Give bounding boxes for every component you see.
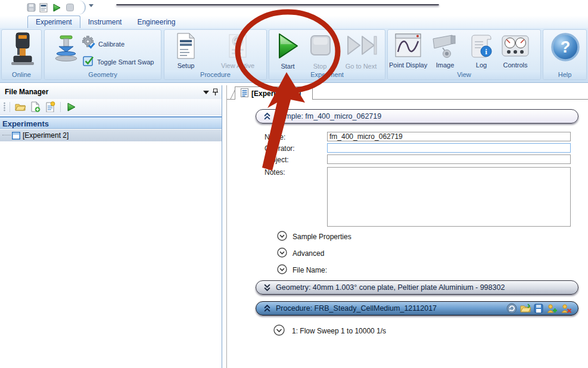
file-name-expander[interactable]: File Name: [277, 264, 327, 276]
save-icon[interactable] [534, 304, 543, 315]
reset-icon[interactable] [506, 303, 517, 316]
experiment-window-icon [12, 132, 20, 140]
export-icon[interactable] [38, 2, 49, 13]
expand-chevron-icon[interactable] [273, 324, 285, 338]
name-field[interactable] [327, 132, 571, 141]
new-document-icon[interactable] [44, 101, 56, 113]
expand-chevron-icon[interactable] [277, 264, 287, 276]
calibrate-button[interactable]: Calibrate [82, 36, 125, 52]
operator-label: Operator: [265, 144, 295, 153]
log-button[interactable]: i Log [469, 33, 494, 69]
geometry-button[interactable] [54, 35, 78, 65]
trios-app-window: Experiment Instrument Engineering Online [0, 0, 588, 368]
view-active-icon [226, 32, 250, 61]
image-label: Image [436, 61, 455, 69]
sample-properties-expander[interactable]: Sample Properties [277, 231, 351, 243]
group-label-help: Help [543, 70, 586, 79]
image-button[interactable]: Image [431, 33, 459, 69]
stop-label: Stop [313, 63, 327, 70]
view-active-button[interactable]: View Active [221, 32, 254, 69]
project-field[interactable] [327, 154, 571, 164]
notes-field[interactable] [327, 167, 571, 227]
ribbon-group-procedure: Setup View Active Procedure [164, 29, 267, 80]
tab-instrument[interactable]: Instrument [80, 16, 130, 28]
remove-user-icon[interactable] [561, 304, 572, 316]
step-1-label: 1: Flow Sweep 1 to 10000 1/s [292, 327, 386, 335]
tab-engineering[interactable]: Engineering [129, 16, 183, 28]
ribbon-group-view: Point Display Image i Log Controls [387, 29, 541, 80]
log-scroll-icon: i [469, 33, 494, 61]
procedure-toolbar [506, 303, 572, 316]
experiments-header-label: Experiments [2, 119, 49, 128]
sample-section-header[interactable]: Sample: fm_400_micro_062719 [256, 109, 578, 123]
panel-dropdown-icon[interactable] [203, 91, 209, 94]
procedure-section-header[interactable]: Procedure: FRB_Steady_CellMedium_1211201… [256, 301, 578, 316]
calibrate-label: Calibrate [98, 41, 125, 48]
go-to-next-button[interactable]: Go to Next [344, 32, 378, 70]
sample-header-label: Sample: fm_400_micro_062719 [276, 112, 381, 120]
advanced-expander[interactable]: Advanced [277, 248, 324, 259]
sine-window-icon [394, 33, 422, 61]
open-icon[interactable] [520, 304, 531, 315]
ribbon-group-geometry: Calibrate Toggle Smart Swap Geometry [44, 29, 161, 80]
group-label-procedure: Procedure [164, 70, 266, 79]
tree-branch [2, 135, 11, 136]
stop-icon[interactable] [64, 2, 75, 13]
file-manager-panel: File Manager Experiments [0, 85, 222, 368]
collapse-chevron-icon[interactable] [264, 113, 270, 120]
tab-experiment[interactable]: Experiment [27, 16, 80, 28]
camera-icon [431, 33, 459, 61]
skip-next-icon [344, 32, 378, 62]
operator-field[interactable] [327, 143, 571, 153]
expand-chevron-icon[interactable] [277, 248, 287, 259]
file-manager-title: File Manager [5, 88, 48, 96]
run-experiment-icon[interactable] [65, 101, 77, 113]
document-tab-experiment-2[interactable]: [Experiment 2] [235, 86, 313, 100]
ribbon-group-online: Online [1, 29, 42, 80]
log-label: Log [476, 61, 487, 69]
tree-item-experiment-2[interactable]: [Experiment 2] [0, 129, 222, 141]
collapse-chevron-icon[interactable] [264, 305, 270, 312]
stop-button[interactable]: Stop [308, 32, 332, 70]
expand-chevron-icon[interactable] [264, 284, 270, 291]
tree-item-label: [Experiment 2] [23, 131, 69, 140]
checkbox-check-icon [83, 55, 95, 69]
controls-label: Controls [503, 61, 528, 69]
experiments-tree-header: Experiments [0, 116, 222, 129]
document-tab-label: [Experiment 2] [251, 89, 301, 98]
help-button[interactable]: ? [550, 32, 581, 64]
ribbon-tab-bar: Experiment Instrument Engineering [0, 16, 588, 28]
open-folder-icon[interactable] [14, 101, 26, 113]
instrument-icon [8, 32, 36, 70]
toggle-smart-swap-button[interactable]: Toggle Smart Swap [83, 55, 154, 69]
toolbar-grip[interactable] [4, 102, 5, 112]
controls-button[interactable]: Controls [501, 33, 530, 69]
start-play-icon [274, 32, 301, 62]
start-button[interactable]: Start [274, 32, 301, 70]
qat-customize-dropdown-icon[interactable] [88, 4, 94, 10]
point-display-button[interactable]: Point Display [389, 33, 427, 69]
stop-square-icon [308, 32, 332, 62]
pin-icon[interactable] [212, 88, 219, 98]
setup-button[interactable]: Setup [175, 32, 197, 69]
quick-access-toolbar [0, 0, 588, 16]
online-button[interactable] [8, 32, 36, 70]
expand-chevron-icon[interactable] [277, 231, 287, 243]
ribbon: Online Calibrate Toggle Smart Swap Geo [0, 28, 588, 83]
notes-label: Notes: [265, 168, 285, 177]
gauges-icon [501, 33, 530, 61]
run-icon[interactable] [51, 2, 62, 13]
ribbon-group-experiment: Start Stop Go to Next Experiment [269, 29, 385, 80]
start-label: Start [281, 63, 294, 70]
step-1-expander[interactable]: 1: Flow Sweep 1 to 10000 1/s [273, 324, 386, 338]
setup-label: Setup [178, 62, 195, 69]
geometry-section-header[interactable]: Geometry: 40mm 1.003° cone plate, Peltie… [256, 280, 578, 295]
new-file-icon[interactable] [29, 101, 41, 113]
view-active-label: View Active [221, 62, 254, 69]
help-question-icon: ? [550, 32, 581, 64]
file-name-label: File Name: [293, 266, 327, 274]
add-user-icon[interactable] [546, 304, 558, 316]
document-icon [241, 88, 248, 99]
svg-text:?: ? [561, 38, 571, 56]
save-icon[interactable] [26, 2, 36, 13]
